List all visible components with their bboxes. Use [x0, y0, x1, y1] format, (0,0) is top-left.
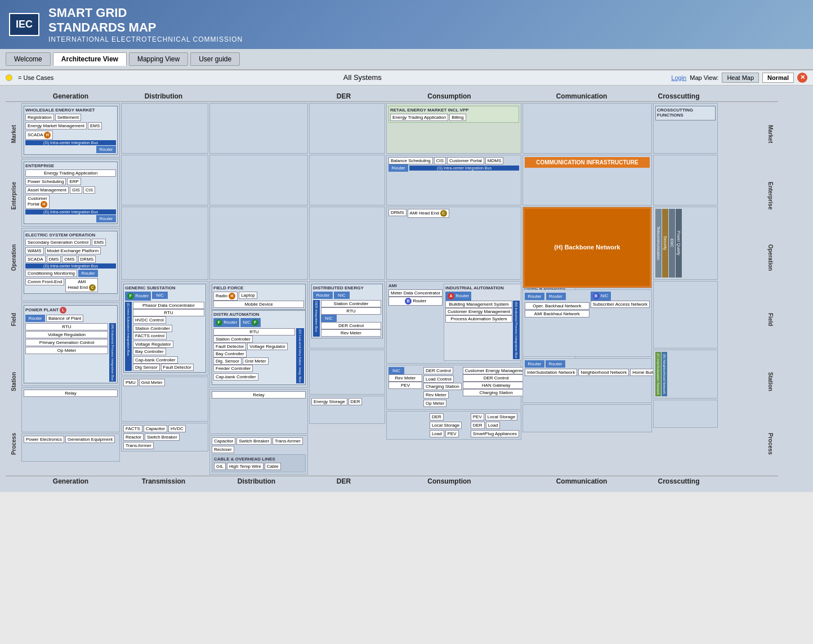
router-da[interactable]: F Router [213, 318, 239, 327]
comp-voltage-reg-da[interactable]: Voltage Regulator [247, 343, 288, 350]
comp-charging-ia[interactable]: Charging Station [423, 383, 462, 390]
comp-facts-proc[interactable]: FACTS [123, 425, 142, 432]
comp-rtu-der[interactable]: RTU [321, 307, 381, 315]
comp-cis-retail[interactable]: CIS [434, 157, 446, 164]
comp-energy-storage[interactable]: Energy Storage [311, 398, 347, 405]
comp-customer-portal[interactable]: CustomerPortal H [25, 195, 50, 209]
comp-meter-data-conc[interactable]: Meter Data Concentrator [388, 289, 443, 297]
comp-customer-energy[interactable]: Customer Energy Management [445, 308, 512, 315]
tab-userguide[interactable]: User guide [190, 52, 240, 66]
comp-pev-ami[interactable]: PEV [388, 382, 422, 389]
router-comm-2[interactable]: Router [546, 293, 566, 300]
comp-transformer-da[interactable]: Trans-former [273, 437, 303, 445]
router-gen-enterprise[interactable]: Router [96, 215, 116, 222]
comp-comm-frontend[interactable]: Comm Front-End [25, 278, 64, 285]
comp-ami-backhaul[interactable]: AMI Backhaul Network [525, 310, 589, 317]
comp-hvdc-ctrl[interactable]: HVDC Control [133, 316, 166, 324]
comp-pev-hb[interactable]: PEV [471, 413, 484, 421]
normal-button[interactable]: Normal [762, 73, 794, 83]
comp-mobile-dev[interactable]: Mobile Device [213, 301, 304, 308]
comp-charging-hb[interactable]: Charging Station [463, 389, 530, 396]
comp-mdms[interactable]: MDMS [485, 157, 503, 164]
comp-customer-energy-hb[interactable]: Customer Energy Management [463, 367, 530, 374]
comp-der-ctrl-der[interactable]: DER Control [321, 322, 381, 329]
comp-subscriber[interactable]: Subscriber Access Network [591, 301, 650, 308]
comp-high-temp[interactable]: High Temp Wire [227, 463, 263, 470]
comp-pev-ia[interactable]: PEV [445, 430, 459, 437]
comp-reactor-da[interactable]: Recloser [212, 446, 234, 453]
router-gen-op[interactable]: Router [78, 270, 98, 277]
comp-rtu-sub[interactable]: RTU [133, 309, 204, 316]
comp-local-storage-ia[interactable]: Local Storage [430, 422, 462, 429]
comp-energy-market-mgmt[interactable]: Energy Market Management [25, 122, 87, 129]
comp-relay-da[interactable]: Relay [212, 391, 306, 399]
comp-rtu-pp[interactable]: RTU [25, 323, 108, 330]
comp-fault-detect-sub[interactable]: Fault Detector [161, 364, 194, 371]
comp-balance-plant[interactable]: Balance of Plant [46, 315, 83, 322]
comp-model-exchange[interactable]: Model Exchange Platform [45, 247, 101, 254]
comp-energy-trading-app[interactable]: Energy Trading Application [25, 169, 116, 177]
comp-scada-op[interactable]: SCADA [25, 256, 46, 263]
router-ia[interactable]: A Router [445, 292, 471, 301]
comp-asset-mgmt[interactable]: Asset Management [25, 186, 69, 194]
comp-customer-portal-retail[interactable]: Customer Portal [447, 157, 484, 164]
comp-fault-detect-da[interactable]: Fault Detector [213, 343, 246, 350]
close-button[interactable]: ✕ [797, 73, 807, 83]
router-der[interactable]: Router [313, 292, 333, 299]
comp-rev-meter-der[interactable]: Rev Meter [321, 329, 381, 337]
comp-local-storage-hb[interactable]: Local Storage [485, 413, 517, 421]
comp-grid-meter-sub[interactable]: Grid Meter [139, 379, 165, 386]
comp-cis[interactable]: CIS [83, 186, 95, 194]
comp-hvdc-proc[interactable]: HVDC [168, 425, 186, 432]
comp-relay[interactable]: Relay [24, 390, 118, 397]
comp-load-ctrl[interactable]: Load Control [423, 375, 454, 383]
login-link[interactable]: Login [671, 74, 686, 81]
comp-scada[interactable]: SCADA H [25, 131, 53, 140]
comp-facts-ctrl[interactable]: FACTS control [133, 332, 167, 339]
nic-der2[interactable]: NIC [321, 315, 337, 322]
nic-der[interactable]: NIC [334, 292, 350, 299]
comp-sw-breaker-da[interactable]: Switch Breaker [236, 437, 271, 445]
comp-capbank-da[interactable]: Cap-bank Controller [213, 373, 258, 381]
tab-welcome[interactable]: Welcome [6, 52, 51, 66]
comp-der-proc[interactable]: DER [349, 398, 363, 405]
tab-mapping[interactable]: Mapping View [129, 52, 188, 66]
comp-process-auto[interactable]: Process Automation System [445, 315, 512, 323]
comp-gis[interactable]: GIS [70, 186, 82, 194]
comp-router-ami[interactable]: B Router [388, 297, 443, 306]
nic-generic-sub[interactable]: NIC [152, 292, 168, 299]
comp-der-ctrl-ia[interactable]: DER Control [423, 367, 453, 374]
comp-registration[interactable]: Registration [25, 114, 54, 121]
comp-rev-meter-ia[interactable]: Rev Meter [423, 391, 449, 399]
comp-han-gateway[interactable]: HAN Gateway [463, 382, 530, 389]
heatmap-button[interactable]: Heat Map [722, 73, 759, 83]
comp-dms[interactable]: DMS [47, 256, 61, 263]
comp-primary-gen[interactable]: Primary Generation Control [25, 339, 108, 346]
comp-power-sched[interactable]: Power Scheduling [25, 178, 66, 185]
comp-load-hb[interactable]: Load [486, 422, 501, 429]
comp-feeder-ctrl[interactable]: Feeder Controller [213, 365, 253, 372]
comp-capacitor-da[interactable]: Capacitor [212, 437, 235, 445]
comp-balance-sched[interactable]: Balance Scheduling [388, 157, 433, 164]
router-comm-station[interactable]: Router [525, 360, 544, 368]
comp-bay-ctrl-da[interactable]: Bay Controller [213, 350, 247, 357]
comp-rev-meter-ami[interactable]: Rev Meter [388, 374, 422, 382]
comp-grid-meter-da[interactable]: Grid Meter [243, 357, 269, 365]
comp-ems[interactable]: EMS [88, 122, 102, 129]
comp-drms-cons[interactable]: DRMS [388, 209, 406, 216]
comp-gen-equipment[interactable]: Generation Equipment [65, 436, 115, 443]
comp-voltage-reg-pp[interactable]: Voltage Regulation [25, 331, 108, 338]
comp-erp[interactable]: ERP [67, 178, 81, 185]
comp-inter-substation[interactable]: InterSubstation Network [525, 369, 577, 376]
router-cons-ent[interactable]: Router [388, 164, 408, 172]
comp-energy-trading-retail[interactable]: Energy Trading Application [390, 114, 448, 121]
comp-load-ia[interactable]: Load [430, 430, 444, 437]
comp-neighborhood[interactable]: Neighborhood Network [578, 369, 629, 376]
comp-op-meter-ia[interactable]: Op Meter [423, 400, 446, 407]
comp-settlement[interactable]: Settlement [55, 114, 81, 121]
comp-radio-ff[interactable]: Radio H [213, 292, 238, 301]
comp-oms[interactable]: OMS [62, 256, 77, 263]
comp-phasor-data[interactable]: Phasor Data Concentrator [133, 302, 204, 309]
comp-der-ctrl-hb[interactable]: DER Control [463, 374, 530, 382]
comp-drms-op[interactable]: DRMS [78, 256, 96, 263]
